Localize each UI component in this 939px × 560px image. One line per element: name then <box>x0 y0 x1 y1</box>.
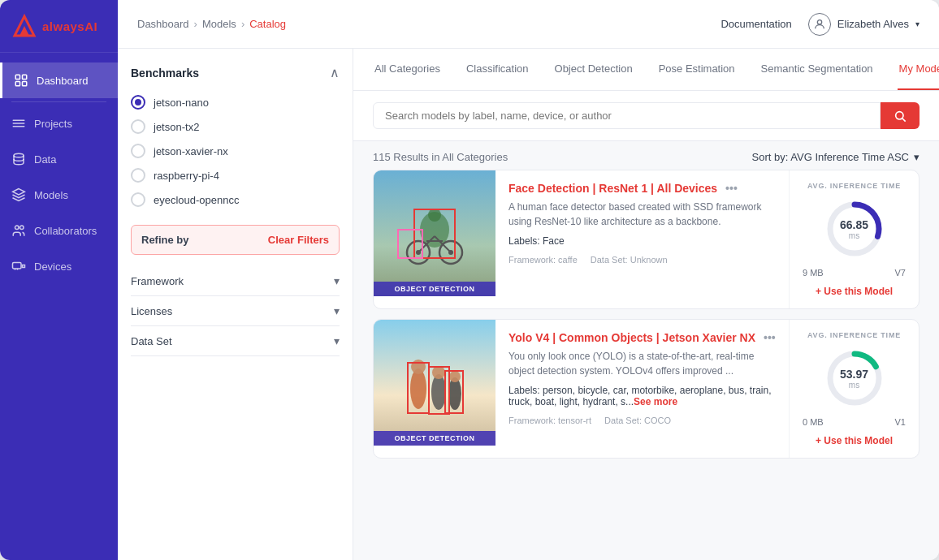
sidebar: alwaysAI Dashboard Projects Data Models <box>0 0 118 560</box>
svg-rect-3 <box>23 75 27 79</box>
radio-jetson-xavier-nx <box>131 144 145 158</box>
user-name: Elizabeth Alves <box>837 18 909 30</box>
filter-panel: Benchmarks ∧ jetson-nano jetson-tx2 jets… <box>118 49 353 560</box>
search-button[interactable] <box>881 102 920 129</box>
model-framework-1: Framework: caffe <box>508 255 578 265</box>
tab-classification[interactable]: Classification <box>465 49 530 90</box>
filter-option-jetson-xavier-nx[interactable]: jetson-xavier-nx <box>131 139 340 163</box>
benchmarks-section: Benchmarks ∧ jetson-nano jetson-tx2 jets… <box>131 65 340 212</box>
projects-icon <box>11 116 26 131</box>
user-avatar <box>808 13 831 36</box>
model-image-2: OBJECT DETECTION <box>374 320 495 446</box>
model-title-2: Yolo V4 | Common Objects | Jetson Xavier… <box>508 331 776 344</box>
tab-my-models[interactable]: My Models <box>898 49 939 90</box>
logo-text: alwaysAI <box>42 19 97 33</box>
tab-all-categories[interactable]: All Categories <box>373 49 442 90</box>
radio-eyecloud <box>131 192 145 207</box>
model-cards: OBJECT DETECTION Face Detection | ResNet… <box>353 170 939 478</box>
breadcrumb-models[interactable]: Models <box>202 18 236 30</box>
svg-point-29 <box>432 366 445 379</box>
breadcrumb-dashboard[interactable]: Dashboard <box>137 18 189 30</box>
svg-point-6 <box>14 153 24 157</box>
documentation-link[interactable]: Documentation <box>720 18 791 30</box>
clear-filters-button[interactable]: Clear Filters <box>268 234 329 246</box>
model-stats-2: AVG. INFERENCE TIME 53.97 ms <box>789 320 919 458</box>
refine-bar: Refine by Clear Filters <box>131 225 340 255</box>
radio-jetson-nano <box>131 95 145 110</box>
breadcrumb-catalog: Catalog <box>249 18 286 30</box>
see-more-link[interactable]: See more <box>634 396 677 407</box>
licenses-dropdown[interactable]: Licenses ▾ <box>131 296 340 326</box>
model-card-2: OBJECT DETECTION Yolo V4 | Common Object… <box>373 319 920 459</box>
search-icon <box>894 110 907 123</box>
svg-point-14 <box>428 209 441 222</box>
svg-point-7 <box>15 226 19 230</box>
tab-pose-estimation[interactable]: Pose Estimation <box>657 49 737 90</box>
framework-dropdown[interactable]: Framework ▾ <box>131 266 340 296</box>
filter-label-jetson-nano: jetson-nano <box>154 97 209 109</box>
filter-option-raspberry-pi-4[interactable]: raspberry-pi-4 <box>131 163 340 187</box>
avg-inference-label-2: AVG. INFERENCE TIME <box>807 331 901 339</box>
sidebar-item-data[interactable]: Data <box>0 141 118 177</box>
dataset-dropdown[interactable]: Data Set ▾ <box>131 326 340 356</box>
search-input[interactable] <box>385 110 868 122</box>
model-dataset-1: Data Set: Unknown <box>591 255 668 265</box>
svg-point-10 <box>817 19 821 24</box>
sidebar-item-models[interactable]: Models <box>0 177 118 213</box>
sidebar-item-devices[interactable]: Devices <box>0 248 118 284</box>
sidebar-item-projects[interactable]: Projects <box>0 106 118 141</box>
svg-point-11 <box>896 111 903 118</box>
user-menu-chevron: ▾ <box>915 19 920 28</box>
filter-label-jetson-tx2: jetson-tx2 <box>154 121 199 133</box>
use-model-btn-1[interactable]: + Use this Model <box>816 286 893 297</box>
filter-label-jetson-xavier-nx: jetson-xavier-nx <box>154 145 228 157</box>
sidebar-item-collaborators[interactable]: Collaborators <box>0 213 118 248</box>
sidebar-divider-1 <box>11 101 106 102</box>
filter-option-jetson-tx2[interactable]: jetson-tx2 <box>131 114 340 139</box>
models-panel: All Categories Classification Object Det… <box>353 49 939 560</box>
tab-semantic-segmentation[interactable]: Semantic Segmentation <box>759 49 875 90</box>
model-labels-2: Labels: person, bicycle, car, motorbike,… <box>508 385 776 407</box>
sidebar-nav: Dashboard Projects Data Models Collabora… <box>0 53 118 560</box>
devices-icon <box>11 259 26 274</box>
svg-rect-9 <box>13 263 22 269</box>
gauge-1: 66.85 ms <box>822 196 887 261</box>
model-image-1: OBJECT DETECTION <box>374 170 495 296</box>
benchmarks-header[interactable]: Benchmarks ∧ <box>131 65 340 80</box>
header-actions: Documentation Elizabeth Alves ▾ <box>720 13 920 36</box>
model-card-1: OBJECT DETECTION Face Detection | ResNet… <box>373 170 920 309</box>
sidebar-item-label: Collaborators <box>34 225 97 237</box>
user-menu[interactable]: Elizabeth Alves ▾ <box>808 13 920 36</box>
data-icon <box>11 152 26 166</box>
use-model-btn-2[interactable]: + Use this Model <box>816 435 893 446</box>
model-card-body-2: Yolo V4 | Common Objects | Jetson Xavier… <box>495 320 789 458</box>
stats-row-1: 9 MB V7 <box>803 268 906 278</box>
model-card-body-1: Face Detection | ResNet 1 | All Devices … <box>495 170 789 308</box>
sidebar-item-label: Models <box>34 189 68 201</box>
filter-label-raspberry-pi-4: raspberry-pi-4 <box>154 170 219 182</box>
sidebar-item-label: Projects <box>34 118 72 130</box>
model-thumbnail-2 <box>382 330 487 436</box>
model-more-1[interactable]: ••• <box>725 182 738 195</box>
filter-option-jetson-nano[interactable]: jetson-nano <box>131 90 340 114</box>
category-tabs: All Categories Classification Object Det… <box>353 49 939 91</box>
filter-option-eyecloud[interactable]: eyecloud-openncc <box>131 187 340 212</box>
model-more-2[interactable]: ••• <box>764 331 776 344</box>
dashboard-icon <box>14 73 28 88</box>
dataset-label: Data Set <box>131 335 172 347</box>
model-framework-2: Framework: tensor-rt <box>508 416 591 425</box>
svg-rect-2 <box>15 75 19 79</box>
svg-point-28 <box>431 374 446 410</box>
framework-label: Framework <box>131 275 184 287</box>
svg-line-12 <box>902 118 906 122</box>
radio-jetson-tx2 <box>131 119 145 134</box>
sort-label: Sort by: AVG Inference Time ASC <box>752 151 909 163</box>
tab-object-detection[interactable]: Object Detection <box>553 49 634 90</box>
collaborators-icon <box>11 223 26 238</box>
model-meta-1: Framework: caffe Data Set: Unknown <box>508 255 776 265</box>
sort-control[interactable]: Sort by: AVG Inference Time ASC ▾ <box>752 151 920 163</box>
model-size-2: 0 MB <box>803 417 824 427</box>
sidebar-item-dashboard[interactable]: Dashboard <box>0 62 118 98</box>
search-input-wrap <box>373 102 881 129</box>
model-desc-1: A human face detector based created with… <box>508 200 776 229</box>
